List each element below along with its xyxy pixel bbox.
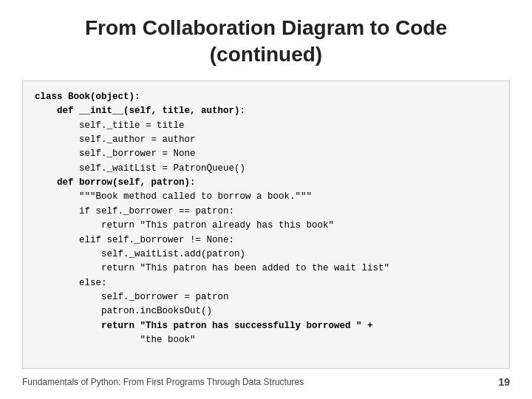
code-line: return "This patron already has this boo…: [35, 219, 497, 233]
code-line: self._author = author: [35, 133, 497, 147]
code-line: def borrow(self, patron):: [35, 176, 497, 190]
code-line: return "This patron has successfully bor…: [35, 319, 497, 333]
code-line: self._borrower = None: [35, 147, 497, 161]
code-line: self._waitList = PatronQueue(): [35, 162, 497, 176]
code-line: elif self._borrower != None:: [35, 233, 497, 248]
code-block: class Book(object): def __init__(self, t…: [22, 81, 510, 369]
code-line: if self._borrower == patron:: [35, 205, 497, 219]
code-line: self._title = title: [35, 119, 497, 133]
code-line: class Book(object):: [35, 90, 497, 104]
code-line: return "This patron has been added to th…: [35, 262, 497, 276]
code-line: "the book": [35, 333, 497, 347]
code-line: self._waitList.add(patron): [35, 248, 497, 262]
code-line: patron.incBooksOut(): [35, 304, 497, 318]
slide-title: From Collaboration Diagram to Code (cont…: [22, 15, 510, 69]
code-line: def __init__(self, title, author):: [35, 104, 497, 118]
slide-footer: Fundamentals of Python: From First Progr…: [22, 376, 510, 388]
page-number: 19: [498, 376, 510, 388]
code-line: else:: [35, 276, 497, 290]
code-line: self._borrower = patron: [35, 290, 497, 304]
code-line: """Book method called to borrow a book."…: [35, 190, 497, 204]
slide: From Collaboration Diagram to Code (cont…: [0, 0, 532, 399]
footer-text: Fundamentals of Python: From First Progr…: [22, 377, 304, 387]
